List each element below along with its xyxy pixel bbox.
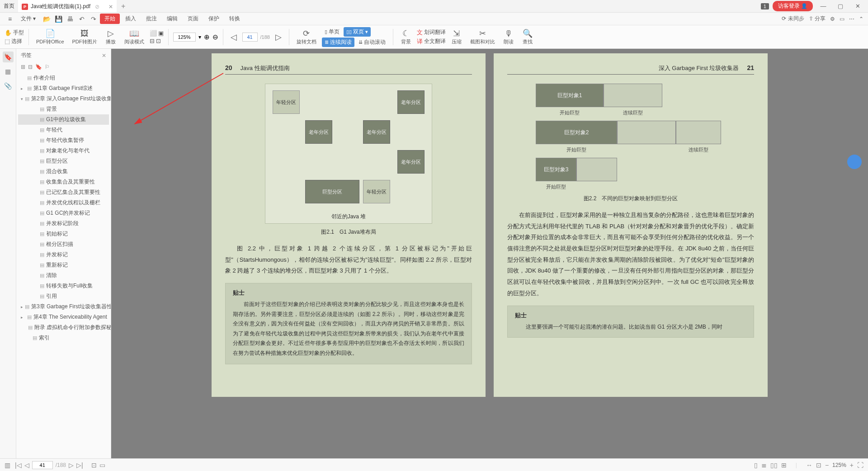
hand-tool[interactable]: ✋手型 [5,29,24,37]
bookmark-item[interactable]: ▤索引 [18,333,109,343]
save-icon[interactable]: 💾 [53,14,64,24]
page-input-statusbar[interactable] [32,461,53,469]
redo-icon[interactable]: ↷ [88,14,99,24]
view-double-icon[interactable]: ▯▯ [770,462,778,469]
undo-icon[interactable]: ↶ [76,14,87,24]
rotate-button[interactable]: ⟳旋转文档 [294,27,319,47]
home-tab[interactable]: 首页 [0,0,18,12]
bookmark-item[interactable]: ▤混合收集 [18,166,109,177]
next-page-button[interactable]: ▷ [273,27,284,47]
bookmark-rail-icon[interactable]: 🔖 [3,52,14,62]
tab-page[interactable]: 页面 [183,15,203,23]
prev-page-button[interactable]: ◁ [228,27,240,47]
close-window-button[interactable]: ✕ [851,3,864,9]
pin-icon[interactable]: ⊘ [95,4,99,10]
bookmark-item[interactable]: ▸▤第4章 The Serviceability Agent [18,312,109,322]
play-button[interactable]: ▷播放 [103,27,119,47]
bookmark-add-icon[interactable]: 🔖 [35,64,42,70]
bookmark-item[interactable]: ▤巨型分区 [18,156,109,166]
fit-page-icon[interactable]: ▣ [158,30,164,37]
actual-size-icon[interactable]: ⊟ [150,38,155,44]
next-page-icon[interactable]: ▷ [69,462,74,469]
expand-all-icon[interactable]: ⊞ [21,64,25,70]
bookmark-item[interactable]: ▸▤第3章 Garbage First垃圾收集器性能优化 [18,301,109,312]
zoom-input[interactable] [173,33,196,42]
notification-badge[interactable]: 1 [761,3,769,9]
bookmark-item[interactable]: ▤重新标记 [18,260,109,270]
more-icon[interactable]: ⋯ [849,16,854,22]
fit-width-sb-icon[interactable]: ↔ [806,462,812,469]
maximize-button[interactable]: ▢ [834,3,847,9]
menu-icon[interactable]: ≡ [5,14,15,24]
bookmark-item[interactable]: ▤年轻代收集暂停 [18,135,109,146]
file-menu[interactable]: 文件 ▾ [16,15,40,23]
bookmark-item[interactable]: ▤并发优化线程以及栅栏 [18,198,109,208]
bookmark-item[interactable]: ▸▤第1章 Garbage First综述 [18,83,109,94]
bookmark-options-icon[interactable]: ⚐ [45,64,50,70]
double-page-button[interactable]: ▯▯ 双页▾ [344,27,371,37]
bookmark-item[interactable]: ▤年轻代 [18,125,109,135]
select-tool[interactable]: ⬚选择 [5,38,24,45]
compress-button[interactable]: ⇲压缩 [448,27,465,47]
view-continuous-icon[interactable]: ≣ [761,462,767,469]
bookmark-item[interactable]: ▤引用 [18,291,109,301]
close-panel-icon[interactable]: ✕ [102,52,106,59]
last-page-icon[interactable]: ▷| [76,462,83,469]
close-tab-icon[interactable]: ✕ [108,4,113,10]
presentation-icon[interactable]: ▭ [99,462,105,469]
bookmark-item[interactable]: ▤收集集合及其重要性 [18,177,109,187]
bookmark-item[interactable]: ▤背景 [18,104,109,114]
prev-page-icon[interactable]: ◁ [24,462,29,469]
fit-page-sb-icon[interactable]: ⊡ [816,462,821,469]
bookmark-item[interactable]: ▤转移失败与Full收集 [18,281,109,291]
attachment-rail-icon[interactable]: 📎 [3,80,14,91]
feedback-icon[interactable]: ▭ [840,16,844,22]
collapse-icon[interactable]: ⌃ [859,16,863,22]
bookmark-item[interactable]: ▤附录 虚拟机命令行附加参数探秘 [18,322,109,333]
bookmark-item[interactable]: ▤对象老化与老年代 [18,146,109,156]
zoom-in-sb-icon[interactable]: + [850,462,854,469]
bookmark-item[interactable]: ▤已记忆集合及其重要性 [18,187,109,198]
bookmark-item[interactable]: ▤G1中的垃圾收集 [18,114,109,125]
tab-insert[interactable]: 插入 [121,15,141,23]
auto-scroll-button[interactable]: ⇊ 自动滚动 [356,38,388,47]
fullscreen-icon[interactable]: ⛶ [857,462,863,469]
thumbnail-rail-icon[interactable]: ▦ [3,66,14,77]
bookmark-item[interactable]: ▤初始标记 [18,229,109,239]
zoom-in-icon[interactable]: ⊕ [204,33,210,41]
guest-login-button[interactable]: 访客登录 👤 [773,1,813,11]
bookmark-item[interactable]: ▤根分区扫描 [18,239,109,250]
pdf-to-image-button[interactable]: 🖼PDF转图片 [70,27,100,47]
print-icon[interactable]: 🖶 [65,14,75,24]
continuous-button[interactable]: ≣ 连续阅读 [322,38,354,47]
tab-annotate[interactable]: 批注 [142,15,161,23]
fit-icon[interactable]: ⊡ [91,462,97,469]
view-double-cont-icon[interactable]: ⊞ [781,462,787,469]
view-single-icon[interactable]: ▯ [754,462,758,469]
word-translate-button[interactable]: 文划词翻译 [417,28,446,37]
full-translate-button[interactable]: 译全文翻译 [417,38,446,46]
bookmark-item[interactable]: ▤并发标记阶段 [18,218,109,229]
tab-edit[interactable]: 编辑 [162,15,182,23]
fit-width-icon[interactable]: ⬜ [150,30,157,37]
fit-visible-icon[interactable]: ⊡ [156,38,161,44]
zoom-out-sb-icon[interactable]: − [825,462,829,469]
new-tab-button[interactable]: + [117,2,130,10]
share-button[interactable]: ⇪ 分享 [809,15,826,23]
single-page-button[interactable]: ▯ 单页 [322,27,342,37]
background-button[interactable]: ☾背景 [398,27,414,47]
tab-protect[interactable]: 保护 [204,15,224,23]
screenshot-button[interactable]: ✂截图和对比 [467,27,498,47]
tab-start[interactable]: 开始 [100,14,120,24]
read-aloud-button[interactable]: 🎙朗读 [500,27,517,47]
read-mode-button[interactable]: 📖阅读模式 [122,27,147,47]
tab-convert[interactable]: 转换 [225,15,245,23]
pdf-to-office-button[interactable]: 📄PDF转Office [33,27,67,47]
bookmark-item[interactable]: ▾▤第2章 深入Garbage First垃圾收集器 [18,94,109,104]
minimize-button[interactable]: — [816,3,830,9]
bookmark-item[interactable]: ▤并发标记 [18,250,109,260]
floating-action-button[interactable] [847,155,862,169]
find-button[interactable]: 🔍查找 [519,27,536,47]
first-page-icon[interactable]: |◁ [15,462,22,469]
bookmark-item[interactable]: ▤清除 [18,270,109,281]
